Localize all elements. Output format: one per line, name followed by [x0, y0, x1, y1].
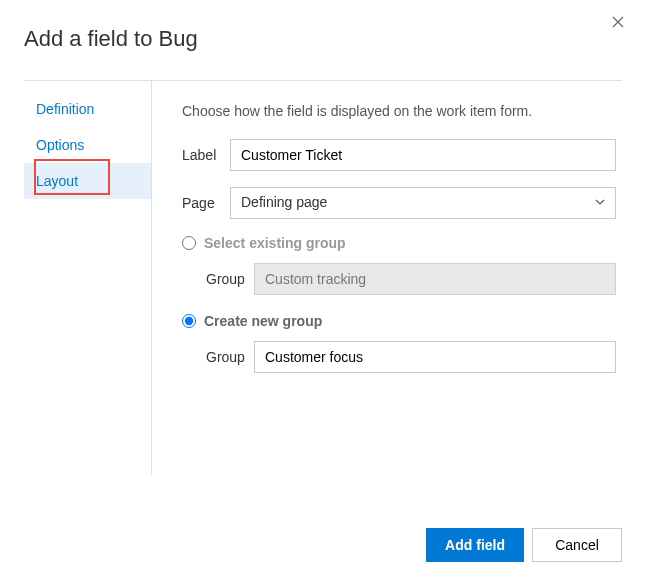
dialog-footer: Add field Cancel — [426, 528, 622, 562]
add-field-button[interactable]: Add field — [426, 528, 524, 562]
row-label: Label — [182, 139, 616, 171]
tab-definition[interactable]: Definition — [24, 91, 151, 127]
row-existing-group-radio: Select existing group — [182, 235, 616, 251]
radio-existing-group-label[interactable]: Select existing group — [204, 235, 346, 251]
row-existing-group: Group — [206, 263, 616, 295]
dialog-body: Definition Options Layout Choose how the… — [24, 80, 622, 475]
label-new-group: Group — [206, 349, 254, 365]
row-page: Page Defining page — [182, 187, 616, 219]
radio-new-group[interactable] — [182, 314, 196, 328]
add-field-dialog: Add a field to Bug Definition Options La… — [0, 0, 646, 584]
radio-new-group-label[interactable]: Create new group — [204, 313, 322, 329]
radio-existing-group[interactable] — [182, 236, 196, 250]
page-select[interactable]: Defining page — [230, 187, 616, 219]
existing-group-input — [254, 263, 616, 295]
cancel-button[interactable]: Cancel — [532, 528, 622, 562]
page-select-value: Defining page — [230, 187, 616, 219]
close-button[interactable] — [606, 10, 630, 34]
label-existing-group: Group — [206, 271, 254, 287]
content-description: Choose how the field is displayed on the… — [182, 103, 616, 119]
tab-layout[interactable]: Layout — [24, 163, 151, 199]
close-icon — [612, 16, 624, 28]
label-page: Page — [182, 195, 230, 211]
label-input[interactable] — [230, 139, 616, 171]
sidebar: Definition Options Layout — [24, 81, 152, 475]
content-layout: Choose how the field is displayed on the… — [152, 81, 622, 475]
row-new-group: Group — [206, 341, 616, 373]
row-new-group-radio: Create new group — [182, 313, 616, 329]
tab-options[interactable]: Options — [24, 127, 151, 163]
dialog-title: Add a field to Bug — [24, 26, 622, 52]
new-group-input[interactable] — [254, 341, 616, 373]
label-label: Label — [182, 147, 230, 163]
